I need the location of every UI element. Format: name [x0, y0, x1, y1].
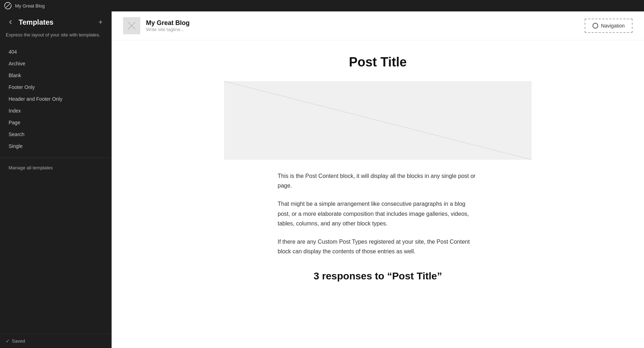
sidebar-description: Express the layout of your site with tem… — [0, 30, 111, 44]
saved-check-icon: ✓ — [6, 338, 10, 344]
site-title-group: My Great Blog Write site tagline... — [146, 19, 190, 32]
sidebar-item-404[interactable]: 404 — [3, 46, 108, 58]
sidebar-item-archive-label: Archive — [9, 61, 25, 66]
sidebar-item-single[interactable]: Single — [3, 140, 108, 152]
admin-bar-site-name: My Great Blog — [15, 3, 45, 9]
sidebar-item-archive[interactable]: Archive — [3, 58, 108, 69]
sidebar-item-index-label: Index — [9, 108, 21, 114]
post-title: Post Title — [224, 55, 532, 70]
preview-site-header: My Great Blog Write site tagline... Navi… — [112, 11, 644, 40]
sidebar-item-page-label: Page — [9, 120, 20, 125]
manage-all-templates-link[interactable]: Manage all templates — [3, 162, 108, 173]
responses-title: 3 responses to “Post Title” — [224, 270, 532, 282]
content-area: My Great Blog Write site tagline... Navi… — [112, 11, 644, 348]
sidebar-item-header-footer-only-label: Header and Footer Only — [9, 96, 62, 102]
sidebar-title: Templates — [19, 18, 53, 26]
sidebar-item-header-footer-only[interactable]: Header and Footer Only — [3, 93, 108, 105]
sidebar: Templates + Express the layout of your s… — [0, 11, 112, 348]
add-template-button[interactable]: + — [96, 17, 106, 27]
sidebar-item-search[interactable]: Search — [3, 129, 108, 140]
navigation-button[interactable]: Navigation — [585, 19, 633, 33]
sidebar-item-single-label: Single — [9, 143, 23, 149]
wp-logo-icon[interactable] — [4, 2, 11, 9]
back-button[interactable] — [6, 17, 16, 27]
preview-site-title: My Great Blog — [146, 19, 190, 27]
post-paragraph-1: This is the Post Content block, it will … — [278, 171, 478, 190]
sidebar-item-404-label: 404 — [9, 49, 17, 55]
post-paragraph-3: If there are any Custom Post Types regis… — [278, 237, 478, 256]
sidebar-item-blank[interactable]: Blank — [3, 70, 108, 81]
sidebar-nav: 404 Archive Blank Footer Only Header and… — [0, 44, 111, 334]
featured-image-placeholder — [224, 81, 532, 160]
saved-label: Saved — [12, 338, 25, 344]
sidebar-footer: ✓ Saved — [0, 334, 111, 348]
sidebar-item-footer-only-label: Footer Only — [9, 84, 35, 90]
sidebar-header-left: Templates — [6, 17, 53, 27]
sidebar-item-index[interactable]: Index — [3, 105, 108, 116]
navigation-circle-icon — [592, 23, 598, 29]
sidebar-header: Templates + — [0, 11, 111, 30]
sidebar-item-search-label: Search — [9, 131, 24, 137]
sidebar-item-blank-label: Blank — [9, 73, 21, 78]
admin-bar: My Great Blog — [0, 0, 644, 11]
site-logo-placeholder — [123, 17, 140, 34]
post-content-wrapper: Post Title This is the Post Content bloc… — [217, 40, 539, 296]
site-logo-area: My Great Blog Write site tagline... — [123, 17, 190, 34]
main-layout: Templates + Express the layout of your s… — [0, 11, 644, 348]
preview-site-tagline: Write site tagline... — [146, 27, 190, 32]
sidebar-item-footer-only[interactable]: Footer Only — [3, 81, 108, 93]
post-text-content: This is the Post Content block, it will … — [278, 171, 478, 256]
navigation-button-label: Navigation — [601, 23, 625, 29]
post-paragraph-2: That might be a simple arrangement like … — [278, 199, 478, 228]
sidebar-item-page[interactable]: Page — [3, 117, 108, 128]
